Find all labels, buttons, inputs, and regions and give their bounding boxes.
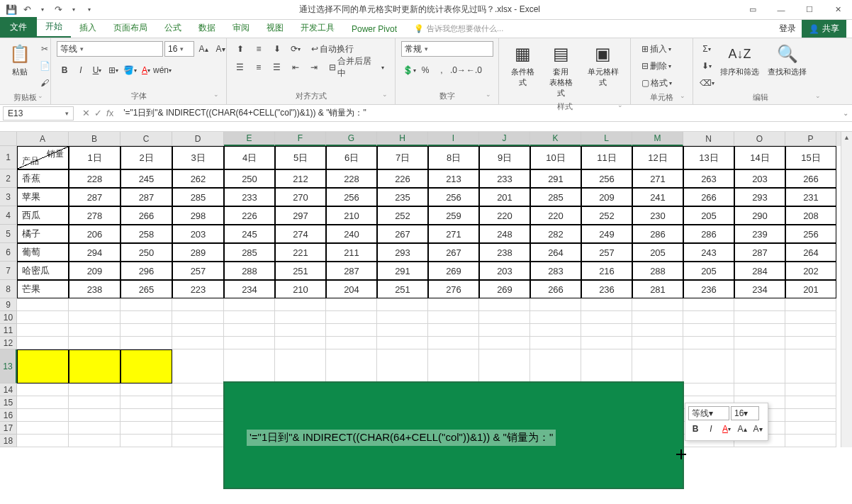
- cell-P5[interactable]: 256: [785, 225, 836, 243]
- cell-L11[interactable]: [581, 324, 632, 337]
- cell-P11[interactable]: [785, 324, 836, 337]
- cell-C3[interactable]: 287: [120, 188, 172, 206]
- cell-H12[interactable]: [377, 337, 428, 349]
- cell-C12[interactable]: [120, 337, 172, 349]
- cell-O14[interactable]: [734, 383, 785, 396]
- cell-G9[interactable]: [326, 298, 377, 311]
- row-header-11[interactable]: 11: [0, 324, 17, 337]
- cell-E5[interactable]: 245: [224, 225, 275, 243]
- cell-H2[interactable]: 226: [377, 169, 428, 188]
- cell-M1[interactable]: 12日: [632, 146, 683, 169]
- cell-L13[interactable]: [581, 349, 632, 383]
- cell-B1[interactable]: 1日: [69, 146, 120, 169]
- cell-K10[interactable]: [530, 311, 581, 324]
- cell-M5[interactable]: 286: [632, 225, 683, 243]
- cell-D10[interactable]: [172, 311, 224, 324]
- cell-M4[interactable]: 230: [632, 206, 683, 225]
- cell-M11[interactable]: [632, 324, 683, 337]
- cell-J11[interactable]: [479, 324, 530, 337]
- expand-formula-icon[interactable]: ⌄: [839, 109, 852, 117]
- align-left-icon[interactable]: ☰: [232, 60, 248, 75]
- cell-C14[interactable]: [120, 383, 172, 396]
- undo-dropdown-icon[interactable]: ▾: [35, 3, 50, 17]
- cell-D14[interactable]: [172, 383, 224, 396]
- cell-K3[interactable]: 285: [530, 188, 581, 206]
- merge-center-button[interactable]: ⊟ 合并后居中▾: [324, 60, 389, 75]
- cell-C15[interactable]: [120, 396, 172, 409]
- cell-K8[interactable]: 266: [530, 280, 581, 298]
- cell-I2[interactable]: 213: [428, 169, 479, 188]
- cell-H7[interactable]: 291: [377, 262, 428, 280]
- cell-D18[interactable]: [172, 435, 224, 447]
- cell-C16[interactable]: [120, 409, 172, 422]
- cell-L7[interactable]: 216: [581, 262, 632, 280]
- tab-review[interactable]: 审阅: [224, 18, 258, 38]
- cell-I8[interactable]: 276: [428, 280, 479, 298]
- cell-B16[interactable]: [69, 409, 120, 422]
- cell-K11[interactable]: [530, 324, 581, 337]
- cell-B5[interactable]: 206: [69, 225, 120, 243]
- cell-P6[interactable]: 264: [785, 243, 836, 262]
- align-middle-icon[interactable]: ≡: [251, 41, 267, 57]
- format-cells-button[interactable]: ▢ 格式▾: [637, 75, 677, 91]
- cell-B10[interactable]: [69, 311, 120, 324]
- cell-P15[interactable]: [785, 396, 836, 409]
- cell-F3[interactable]: 270: [275, 188, 326, 206]
- cell-E9[interactable]: [224, 298, 275, 311]
- percent-icon[interactable]: %: [417, 62, 433, 78]
- cell-P1[interactable]: 15日: [785, 146, 836, 169]
- cell-G13[interactable]: [326, 349, 377, 383]
- tab-insert[interactable]: 插入: [71, 18, 105, 38]
- cell-C7[interactable]: 296: [120, 262, 172, 280]
- format-as-table-button[interactable]: ▤套用 表格格式: [543, 41, 578, 100]
- cell-P12[interactable]: [785, 337, 836, 349]
- cancel-formula-icon[interactable]: ✕: [82, 108, 90, 118]
- cell-G12[interactable]: [326, 337, 377, 349]
- cell-J10[interactable]: [479, 311, 530, 324]
- row-header-4[interactable]: 4: [0, 206, 17, 225]
- qat-customize-icon[interactable]: ▾: [82, 3, 96, 17]
- mini-size-combo[interactable]: 16▾: [731, 406, 759, 420]
- cell-B2[interactable]: 228: [69, 169, 120, 188]
- cell-N11[interactable]: [683, 324, 734, 337]
- bold-icon[interactable]: B: [57, 62, 72, 78]
- cell-N6[interactable]: 243: [683, 243, 734, 262]
- cell-P4[interactable]: 208: [785, 206, 836, 225]
- cell-C1[interactable]: 2日: [120, 146, 172, 169]
- cell-K13[interactable]: [530, 349, 581, 383]
- cell-P2[interactable]: 266: [785, 169, 836, 188]
- cell-styles-button[interactable]: ▣单元格样式: [581, 41, 624, 89]
- cell-E1[interactable]: 4日: [224, 146, 275, 169]
- cell-I5[interactable]: 271: [428, 225, 479, 243]
- cell-C18[interactable]: [120, 435, 172, 447]
- cell-A8[interactable]: 芒果: [17, 280, 69, 298]
- mini-font-combo[interactable]: 等线▾: [688, 406, 729, 420]
- cell-H5[interactable]: 267: [377, 225, 428, 243]
- cell-O7[interactable]: 284: [734, 262, 785, 280]
- cell-I3[interactable]: 256: [428, 188, 479, 206]
- orientation-icon[interactable]: ⟳▾: [288, 41, 303, 57]
- decrease-font-icon[interactable]: A▾: [213, 41, 228, 57]
- cell-G3[interactable]: 256: [326, 188, 377, 206]
- tab-home[interactable]: 开始: [37, 17, 71, 38]
- col-header-O[interactable]: O: [734, 132, 785, 146]
- cell-E13[interactable]: [224, 349, 275, 383]
- cell-H11[interactable]: [377, 324, 428, 337]
- cell-G2[interactable]: 228: [326, 169, 377, 188]
- cell-D12[interactable]: [172, 337, 224, 349]
- cell-K2[interactable]: 291: [530, 169, 581, 188]
- cell-N5[interactable]: 286: [683, 225, 734, 243]
- comma-icon[interactable]: ,: [434, 62, 449, 78]
- cell-B18[interactable]: [69, 435, 120, 447]
- cell-J2[interactable]: 233: [479, 169, 530, 188]
- cell-I1[interactable]: 8日: [428, 146, 479, 169]
- cell-D17[interactable]: [172, 422, 224, 435]
- cell-B3[interactable]: 287: [69, 188, 120, 206]
- cell-C9[interactable]: [120, 298, 172, 311]
- cell-L3[interactable]: 209: [581, 188, 632, 206]
- col-header-D[interactable]: D: [172, 132, 224, 146]
- cell-C17[interactable]: [120, 422, 172, 435]
- cell-A16[interactable]: [17, 409, 69, 422]
- cell-D1[interactable]: 3日: [172, 146, 224, 169]
- decrease-decimal-icon[interactable]: ←.0: [466, 62, 482, 78]
